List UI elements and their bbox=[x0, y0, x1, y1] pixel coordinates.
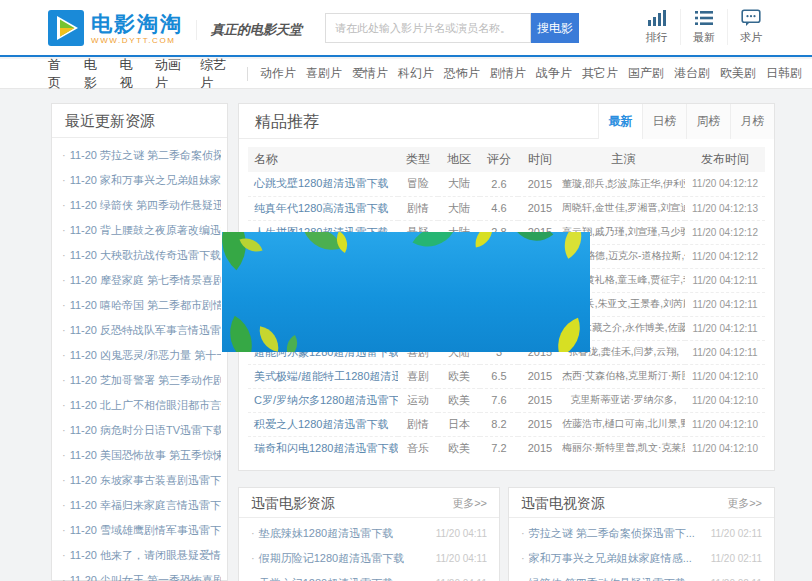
tab-latest[interactable]: 最新 bbox=[598, 104, 642, 139]
movie-title-link[interactable]: 瑞奇和闪电1280超清迅雷下载 bbox=[254, 442, 398, 454]
thunder-tv-list: 11/20 02:11 ·劳拉之谜 第二季命案侦探迅雷下... 11/20 02… bbox=[509, 518, 774, 581]
tv-resource-item[interactable]: 11/20 02:11 ·绿箭侠 第四季动作悬疑迅雷下载... bbox=[521, 571, 762, 581]
thunder-movie-title: 迅雷电影资源 bbox=[251, 488, 335, 518]
nav-genre-item[interactable]: 日韩剧 bbox=[766, 65, 802, 82]
item-title[interactable]: 垫底辣妹1280超清迅雷下载 bbox=[259, 527, 393, 539]
logo-title: 电影淘淘 bbox=[91, 12, 183, 36]
item-title[interactable]: 凶鬼恶灵/邪恶力量 第十一季魔... bbox=[100, 349, 221, 361]
nav-genre-item[interactable]: 科幻片 bbox=[398, 65, 434, 82]
item-title[interactable]: 背上腰鼓之夜原著改编迅雷下载 bbox=[100, 224, 221, 236]
nav-item[interactable]: 综艺片 bbox=[200, 56, 228, 92]
item-title[interactable]: 尖叫女王 第一季恐怖喜剧迅雷 bbox=[100, 574, 221, 581]
search-input[interactable] bbox=[325, 13, 531, 43]
movie-title-link[interactable]: C罗/罗纳尔多1280超清迅雷下载 bbox=[254, 394, 398, 406]
quick-link-ranking[interactable]: 排行 bbox=[633, 9, 680, 45]
recent-update-item[interactable]: ·11-20 嘻哈帝国 第二季都市剧情迅雷 bbox=[62, 293, 221, 318]
item-date: 11-20 bbox=[70, 149, 97, 161]
tab-daily[interactable]: 日榜 bbox=[642, 104, 686, 139]
nav-genre-item[interactable]: 动作片 bbox=[260, 65, 296, 82]
recent-update-item[interactable]: ·11-20 他来了，请闭眼悬疑爱情迅雷下... bbox=[62, 543, 221, 568]
nav-genre-item[interactable]: 战争片 bbox=[536, 65, 572, 82]
recent-update-item[interactable]: ·11-20 凶鬼恶灵/邪恶力量 第十一季魔... bbox=[62, 343, 221, 368]
item-title[interactable]: 反恐特战队军事言情迅雷下载 bbox=[100, 324, 221, 336]
nav-genre-item[interactable]: 国产剧 bbox=[628, 65, 664, 82]
movie-title-link[interactable]: 积爱之人1280超清迅雷下载 bbox=[254, 418, 388, 430]
bullet-icon: · bbox=[62, 274, 66, 286]
recent-update-item[interactable]: ·11-20 绿箭侠 第四季动作悬疑迅雷下 bbox=[62, 193, 221, 218]
search-movie-button[interactable]: 搜电影 bbox=[531, 13, 579, 43]
quick-link-latest[interactable]: 最新 bbox=[680, 9, 727, 45]
item-title[interactable]: 他来了，请闭眼悬疑爱情迅雷下... bbox=[100, 549, 221, 561]
more-tv-link[interactable]: 更多>> bbox=[727, 488, 762, 518]
item-title[interactable]: 美国恐怖故事 第五季惊悚悬疑 bbox=[100, 449, 221, 461]
recent-update-item[interactable]: ·11-20 幸福归来家庭言情迅雷下载 bbox=[62, 493, 221, 518]
nav-item[interactable]: 电视 bbox=[119, 56, 138, 92]
recent-update-item[interactable]: ·11-20 美国恐怖故事 第五季惊悚悬疑 bbox=[62, 443, 221, 468]
nav-item[interactable]: 动画片 bbox=[155, 56, 183, 92]
recent-update-item[interactable]: ·11-20 背上腰鼓之夜原著改编迅雷下载 bbox=[62, 218, 221, 243]
recent-update-item[interactable]: ·11-20 病危时分日语TV迅雷下载 bbox=[62, 418, 221, 443]
recent-updates-title: 最近更新资源 bbox=[52, 104, 227, 138]
item-title[interactable]: 嘻哈帝国 第二季都市剧情迅雷 bbox=[100, 299, 221, 311]
item-title[interactable]: 病危时分日语TV迅雷下载 bbox=[100, 424, 221, 436]
recent-update-item[interactable]: ·11-20 大秧歌抗战传奇迅雷下载 bbox=[62, 243, 221, 268]
item-title[interactable]: 家和万事兴之兄弟姐妹家庭情感... bbox=[100, 174, 221, 186]
tv-resource-item[interactable]: 11/20 02:11 ·家和万事兴之兄弟姐妹家庭情感... bbox=[521, 546, 762, 571]
nav-genre-item[interactable]: 剧情片 bbox=[490, 65, 526, 82]
item-title[interactable]: 绿箭侠 第四季动作悬疑迅雷下 bbox=[100, 199, 221, 211]
movie-title-link[interactable]: 美式极端/超能特工1280超清迅雷 bbox=[254, 370, 398, 382]
tv-resource-item[interactable]: 11/20 02:11 ·劳拉之谜 第二季命案侦探迅雷下... bbox=[521, 521, 762, 546]
movie-year-cell: 2015 bbox=[518, 364, 562, 388]
item-title[interactable]: 大秧歌抗战传奇迅雷下载 bbox=[100, 249, 221, 261]
quick-link-request[interactable]: 求片 bbox=[727, 9, 774, 45]
recent-update-item[interactable]: ·11-20 尖叫女王 第一季恐怖喜剧迅雷 bbox=[62, 568, 221, 581]
nav-genre-item[interactable]: 欧美剧 bbox=[720, 65, 756, 82]
recent-update-item[interactable]: ·11-20 芝加哥警署 第三季动作剧情迅 bbox=[62, 368, 221, 393]
movie-resource-item[interactable]: 11/20 04:11 ·垫底辣妹1280超清迅雷下载 bbox=[251, 521, 487, 546]
item-title[interactable]: 家和万事兴之兄弟姐妹家庭情感... bbox=[529, 552, 692, 564]
recent-update-item[interactable]: ·11-20 北上广不相信眼泪都市言情迅雷... bbox=[62, 393, 221, 418]
table-row: 心跳戈壁1280超清迅雷下载 冒险 大陆 2.6 2015 董璇,邵兵,彭波,陈… bbox=[248, 172, 765, 196]
site-logo[interactable]: 电影淘淘 WWW.DYTT.COM bbox=[48, 10, 183, 46]
recent-update-item[interactable]: ·11-20 雪域雄鹰剧情军事迅雷下载 bbox=[62, 518, 221, 543]
nav-genre-item[interactable]: 爱情片 bbox=[352, 65, 388, 82]
item-title[interactable]: 东坡家事古装喜剧迅雷下载 bbox=[100, 474, 221, 486]
item-title[interactable]: 绿箭侠 第四季动作悬疑迅雷下载... bbox=[529, 577, 695, 581]
nav-genre-item[interactable]: 喜剧片 bbox=[306, 65, 342, 82]
item-date: 11-20 bbox=[70, 299, 97, 311]
movie-region-cell: 日本 bbox=[438, 412, 480, 436]
movie-resource-item[interactable]: 11/20 04:11 ·假期历险记1280超清迅雷下载 bbox=[251, 546, 487, 571]
nav-item[interactable]: 电影 bbox=[84, 56, 103, 92]
recent-update-item[interactable]: ·11-20 反恐特战队军事言情迅雷下载 bbox=[62, 318, 221, 343]
item-title[interactable]: 北上广不相信眼泪都市言情迅雷... bbox=[100, 399, 221, 411]
nav-genre-item[interactable]: 港台剧 bbox=[674, 65, 710, 82]
item-title[interactable]: 幸福归来家庭言情迅雷下载 bbox=[100, 499, 221, 511]
item-title[interactable]: 劳拉之谜 第二季命案侦探迅雷 bbox=[100, 149, 221, 161]
bullet-icon: · bbox=[521, 552, 525, 564]
recent-update-item[interactable]: ·11-20 摩登家庭 第七季情景喜剧迅雷 bbox=[62, 268, 221, 293]
tab-weekly[interactable]: 周榜 bbox=[686, 104, 730, 139]
thunder-tv-header: 迅雷电视资源 更多>> bbox=[509, 488, 774, 518]
item-title[interactable]: 劳拉之谜 第二季命案侦探迅雷下... bbox=[529, 527, 695, 539]
item-title[interactable]: 假期历险记1280超清迅雷下载 bbox=[259, 552, 404, 564]
movie-title-link[interactable]: 纯真年代1280高清迅雷下载 bbox=[254, 202, 388, 214]
item-title[interactable]: 天堂之门1280超清迅雷下载 bbox=[259, 577, 393, 581]
recent-update-item[interactable]: ·11-20 劳拉之谜 第二季命案侦探迅雷 bbox=[62, 143, 221, 168]
bullet-icon: · bbox=[521, 577, 525, 581]
item-time: 11/20 04:11 bbox=[436, 521, 487, 546]
item-title[interactable]: 芝加哥警署 第三季动作剧情迅 bbox=[100, 374, 221, 386]
recent-update-item[interactable]: ·11-20 家和万事兴之兄弟姐妹家庭情感... bbox=[62, 168, 221, 193]
nav-genre-item[interactable]: 其它片 bbox=[582, 65, 618, 82]
movie-type-cell: 运动 bbox=[398, 388, 438, 412]
more-movies-link[interactable]: 更多>> bbox=[452, 488, 487, 518]
nav-item[interactable]: 首页 bbox=[48, 56, 67, 92]
tab-monthly[interactable]: 月榜 bbox=[730, 104, 774, 139]
item-title[interactable]: 摩登家庭 第七季情景喜剧迅雷 bbox=[100, 274, 221, 286]
item-date: 11-20 bbox=[70, 499, 97, 511]
item-title[interactable]: 雪域雄鹰剧情军事迅雷下载 bbox=[100, 524, 221, 536]
advertisement-banner[interactable] bbox=[222, 232, 590, 352]
recent-update-item[interactable]: ·11-20 东坡家事古装喜剧迅雷下载 bbox=[62, 468, 221, 493]
nav-genre-item[interactable]: 恐怖片 bbox=[444, 65, 480, 82]
movie-resource-item[interactable]: 11/20 04:11 ·天堂之门1280超清迅雷下载 bbox=[251, 571, 487, 581]
movie-title-link[interactable]: 心跳戈壁1280超清迅雷下载 bbox=[254, 177, 388, 189]
